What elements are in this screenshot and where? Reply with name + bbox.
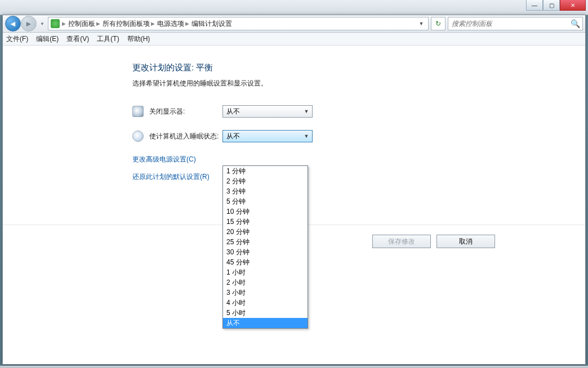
- content-area: 更改计划的设置: 平衡 选择希望计算机使用的睡眠设置和显示设置。 关闭显示器: …: [3, 46, 585, 364]
- display-off-combo[interactable]: 从不 ▼: [222, 105, 313, 118]
- dropdown-option[interactable]: 2 小时: [223, 277, 308, 288]
- dropdown-option[interactable]: 20 分钟: [223, 227, 308, 237]
- button-row: 保存修改 取消: [372, 235, 495, 248]
- explorer-window: ◄ ► ▼ ▶ 控制面板▶ 所有控制面板项▶ 电源选项▶ 编辑计划设置 ▼ ↻ …: [2, 15, 586, 365]
- search-icon[interactable]: 🔍: [571, 19, 580, 28]
- sleep-value: 从不: [226, 132, 240, 141]
- refresh-button[interactable]: ↻: [431, 17, 446, 30]
- chevron-down-icon: ▼: [302, 109, 311, 114]
- nav-back-button[interactable]: ◄: [5, 16, 21, 32]
- taskbar: [0, 366, 588, 368]
- menu-help[interactable]: 帮助(H): [127, 34, 150, 44]
- page-title: 更改计划的设置: 平衡: [132, 62, 585, 73]
- breadcrumb-item[interactable]: 所有控制面板项▶: [103, 19, 155, 29]
- breadcrumb-bar[interactable]: ▶ 控制面板▶ 所有控制面板项▶ 电源选项▶ 编辑计划设置 ▼: [48, 17, 429, 30]
- display-off-value: 从不: [226, 107, 240, 116]
- save-button[interactable]: 保存修改: [372, 235, 431, 248]
- menu-bar: 文件(F) 编辑(E) 查看(V) 工具(T) 帮助(H): [3, 33, 585, 46]
- dropdown-option[interactable]: 10 分钟: [223, 207, 308, 217]
- dropdown-option[interactable]: 3 分钟: [223, 186, 308, 196]
- search-input[interactable]: [451, 19, 560, 28]
- dropdown-option[interactable]: 45 分钟: [223, 257, 308, 267]
- advanced-settings-link[interactable]: 更改高级电源设置(C): [132, 155, 585, 164]
- dropdown-option[interactable]: 4 小时: [223, 298, 308, 308]
- breadcrumb-item[interactable]: 控制面板▶: [68, 19, 100, 29]
- sleep-dropdown-list[interactable]: 1 分钟2 分钟3 分钟5 分钟10 分钟15 分钟20 分钟25 分钟30 分…: [222, 165, 308, 329]
- search-box[interactable]: 🔍: [448, 17, 583, 30]
- nav-forward-button[interactable]: ►: [21, 16, 37, 32]
- close-button[interactable]: ✕: [560, 0, 586, 11]
- dropdown-option[interactable]: 3 小时: [223, 288, 308, 298]
- sleep-combo[interactable]: 从不 ▼: [222, 130, 313, 142]
- dropdown-option[interactable]: 5 分钟: [223, 196, 308, 207]
- browser-chrome-top: — ▢ ✕: [0, 0, 588, 15]
- window-buttons: — ▢ ✕: [526, 0, 586, 11]
- breadcrumb-item[interactable]: 编辑计划设置: [191, 19, 232, 29]
- path-dropdown[interactable]: ▼: [417, 21, 426, 26]
- cancel-button[interactable]: 取消: [436, 235, 495, 248]
- dropdown-option[interactable]: 从不: [223, 318, 308, 328]
- nav-history-dropdown[interactable]: ▼: [39, 16, 46, 31]
- setting-display-off-row: 关闭显示器: 从不 ▼: [132, 105, 585, 118]
- sleep-icon: [132, 131, 144, 142]
- menu-view[interactable]: 查看(V): [66, 34, 89, 44]
- dropdown-option[interactable]: 15 分钟: [223, 217, 308, 227]
- dropdown-option[interactable]: 1 分钟: [223, 166, 308, 176]
- dropdown-option[interactable]: 25 分钟: [223, 237, 308, 247]
- display-icon: [132, 106, 144, 117]
- chevron-down-icon: ▼: [302, 133, 311, 139]
- menu-tools[interactable]: 工具(T): [97, 34, 119, 44]
- menu-file[interactable]: 文件(F): [6, 34, 28, 44]
- dropdown-option[interactable]: 2 分钟: [223, 176, 308, 186]
- breadcrumb-item[interactable]: 电源选项▶: [157, 19, 189, 29]
- dropdown-option[interactable]: 1 小时: [223, 267, 308, 277]
- dropdown-option[interactable]: 30 分钟: [223, 247, 308, 257]
- dropdown-option[interactable]: 5 小时: [223, 308, 308, 318]
- page-subtitle: 选择希望计算机使用的睡眠设置和显示设置。: [132, 79, 585, 88]
- setting-sleep-row: 使计算机进入睡眠状态: 从不 ▼: [132, 130, 585, 142]
- menu-edit[interactable]: 编辑(E): [36, 34, 59, 44]
- minimize-button[interactable]: —: [526, 0, 543, 11]
- setting-display-off-label: 关闭显示器:: [149, 107, 222, 116]
- breadcrumb-sep: ▶: [62, 21, 66, 26]
- restore-defaults-link[interactable]: 还原此计划的默认设置(R): [132, 172, 585, 182]
- setting-sleep-label: 使计算机进入睡眠状态:: [149, 132, 222, 141]
- control-panel-icon: [51, 19, 60, 28]
- maximize-button[interactable]: ▢: [543, 0, 560, 11]
- address-bar: ◄ ► ▼ ▶ 控制面板▶ 所有控制面板项▶ 电源选项▶ 编辑计划设置 ▼ ↻ …: [3, 15, 585, 33]
